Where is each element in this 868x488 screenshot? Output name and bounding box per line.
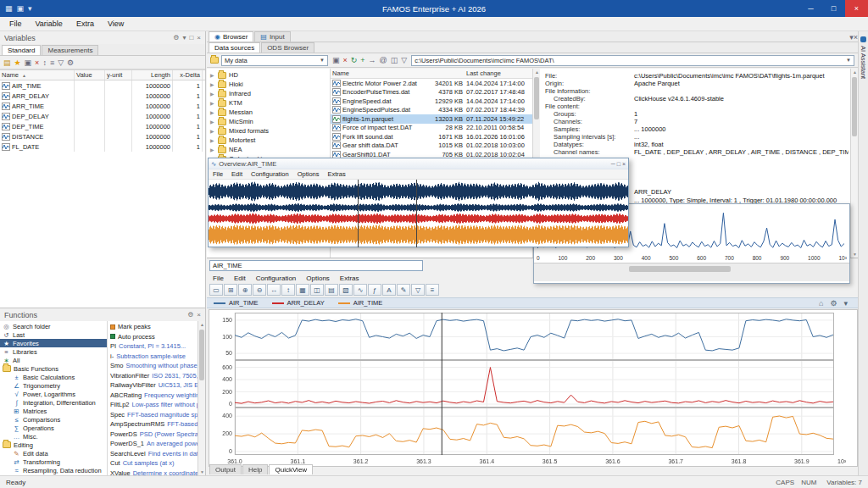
curve-tool-icon[interactable]: ∿ [353,284,367,296]
home-icon[interactable]: ⌂ [819,299,823,308]
add-icon[interactable]: + [360,56,364,64]
file-column-header-item[interactable] [426,69,465,78]
table-row[interactable]: ARR_TIME10000001 [0,101,205,111]
forward-icon[interactable]: → [369,56,376,64]
overview-titlebar[interactable]: ∿ Overview:AIR_TIME ─ □ × [209,158,628,169]
quick-access-caret-icon[interactable]: ▾ [28,4,32,13]
sidebar-item-comparisons[interactable]: ≤Comparisons [0,415,107,424]
tree-item-motortest[interactable]: ▶Motortest [207,136,330,145]
menu-view[interactable]: View [101,18,131,30]
file-row-enginespeedpulses-dat[interactable]: EngineSpeedPulses.dat4334 KB07.02.2017 1… [331,106,532,115]
tree-item-hioki[interactable]: ▶Hioki [207,80,330,89]
float-icon[interactable]: □ [189,34,193,42]
variable-input[interactable]: AIR_TIME [209,260,423,271]
menu-file[interactable]: File [3,18,29,30]
grid-icon[interactable]: ⊞ [224,284,237,296]
favorite-icon[interactable]: ★ [14,58,21,67]
stacked-view-icon[interactable]: ▤ [325,284,338,296]
function-item-powerds[interactable]: PowerDSPSD (Power Spectral Dens... [108,430,198,440]
functions-scrollbar[interactable]: ▲ ▼ [198,321,205,475]
app-icon[interactable]: ▦ [5,4,13,13]
subtab-data-sources[interactable]: Data sources [209,42,260,53]
close-panel-icon[interactable]: × [197,311,201,319]
column-header-x-delta[interactable]: x-Delta [173,70,203,80]
function-item-ampspectrumrms[interactable]: AmpSpectrumRMSFFT-based magn... [108,419,198,430]
menu-extra[interactable]: Extra [70,18,101,30]
file-row-enginespeed-dat[interactable]: EngineSpeed.dat12929 KB14.04.2024 17:14:… [331,97,532,106]
workspace-icon[interactable]: ▣ [332,56,340,64]
tab-measurements[interactable]: Measurements [42,45,98,55]
scroll-thumb[interactable] [629,266,731,272]
quickview-chart[interactable] [209,309,858,467]
function-item-pi[interactable]: PIConstant, PI = 3.1415... [108,341,198,352]
overview-chart[interactable] [209,180,628,247]
split-view-icon[interactable]: ◫ [391,56,398,64]
at-icon[interactable]: @ [380,56,387,64]
function-item-powerds-1[interactable]: PowerDS_1An averaged power sp... [108,439,198,449]
table-row[interactable]: AIR_TIME10000001 [0,80,205,91]
sidebar-item-resampling-data-reduction[interactable]: ≈Resampling, Data reduction [0,466,107,474]
table-row[interactable]: ARR_DELAY10000001 [0,91,205,101]
overview-menu-configuration[interactable]: Configuration [247,170,293,178]
sidebar-item-editing[interactable]: Editing [0,441,107,449]
scroll-thumb[interactable] [534,77,539,119]
file-row-flights-1m-parquet[interactable]: flights-1m.parquet13203 KB07.11.2024 15:… [331,114,532,124]
legend-item-air-time[interactable]: AIR_TIME [338,299,383,307]
close-icon[interactable]: × [622,161,626,167]
sidebar-item-basic-functions[interactable]: Basic Functions [0,364,107,373]
sidebar-item-basic-calculations[interactable]: ±Basic Calculations [0,373,107,381]
file-column-header-last-change[interactable]: Last change [465,69,531,78]
column-header-value[interactable]: Value [75,70,105,80]
function-tool-icon[interactable]: ƒ [368,284,381,296]
sidebar-item-operations[interactable]: ∑Operations [0,424,107,432]
zoom-out-icon[interactable]: ⊖ [253,284,266,296]
function-item-abcrating[interactable]: ABCRatingFrequency weighting as... [108,391,198,401]
sidebar-item-search-folder[interactable]: ◎Search folder [0,322,107,330]
sidebar-item-favorites[interactable]: ★Favorites [0,339,107,347]
file-row-fork-lift-sound-dat[interactable]: Fork lift sound.dat1671 KB16.01.2026 16:… [331,132,532,141]
gear-icon[interactable]: ⚙ [830,299,837,308]
gear-icon[interactable]: ⚙ [173,34,179,42]
filter-icon[interactable]: ▽ [401,56,407,64]
sidebar-item-all[interactable]: ∗All [0,356,107,364]
file-row-encoderpulsetimes-dat[interactable]: EncoderPulseTimes.dat4378 KB07.02.2017 1… [331,88,532,97]
quickview-menu-configuration[interactable]: Configuration [251,274,302,282]
quickview-menu-edit[interactable]: Edit [229,274,251,282]
function-item-filtlp2[interactable]: FiltLp2Low-pass filter without ph... [108,400,198,410]
overview-menu-file[interactable]: File [209,170,227,178]
filter-tool-icon[interactable]: ▽ [411,284,425,296]
save-icon[interactable]: ▣ [25,58,32,67]
table-view-icon[interactable]: ▦ [296,284,309,296]
sort-icon[interactable]: ↕ [42,58,47,67]
curve-scrollbar[interactable] [534,263,849,281]
tree-item-hd[interactable]: ▶HD [207,70,330,80]
ai-assistant-tab[interactable]: AI Assistant [859,31,868,84]
close-panel-icon[interactable]: × [197,34,201,42]
legend-item-arr-delay[interactable]: ARR_DELAY [272,299,325,307]
delete-icon[interactable]: × [35,58,39,67]
filter-icon[interactable]: ▽ [58,58,64,67]
delete-icon[interactable]: × [343,56,348,64]
tab-output[interactable]: Output [209,464,242,474]
save-icon[interactable]: ▣ [17,4,25,13]
function-item-spec[interactable]: SpecFFT-based magnitude spectru... [108,410,198,420]
function-item-smo[interactable]: SmoSmoothing without phase shift [108,361,198,371]
tree-item-infrared[interactable]: ▶Infrared [207,89,330,98]
menu-tool-icon[interactable]: ≡ [426,284,439,296]
close-icon[interactable]: × [845,0,868,17]
menu-variable[interactable]: Variable [29,18,70,30]
function-item-cut[interactable]: CutCut samples (at x) [108,458,198,469]
sidebar-item-libraries[interactable]: ≡Libraries [0,347,107,356]
refresh-icon[interactable]: ↻ [351,56,358,64]
tree-item-messian[interactable]: ▶Messian [207,108,330,117]
tree-item-micsmin[interactable]: ▶MicSmin [207,117,330,126]
column-header-length[interactable]: Length [132,70,173,80]
path-combobox[interactable]: c:\Users\Public\Documents\imc\imc FAMOS\… [411,55,854,66]
function-item-vibrationfilter[interactable]: VibrationFilterISO 2631, 7505, 534... [108,371,198,381]
file-row-gear-shift-data-dat[interactable]: Gear shift data.DAT1015 KB01.02.2018 10:… [331,141,532,151]
gear-icon[interactable]: ⚙ [187,311,193,319]
sidebar-item-misc[interactable]: …Misc. [0,432,107,441]
sidebar-item-edit-data[interactable]: ✎Edit data [0,449,107,458]
quickview-menu-extras[interactable]: Extras [335,274,364,282]
edit-tool-icon[interactable]: ✎ [397,284,410,296]
